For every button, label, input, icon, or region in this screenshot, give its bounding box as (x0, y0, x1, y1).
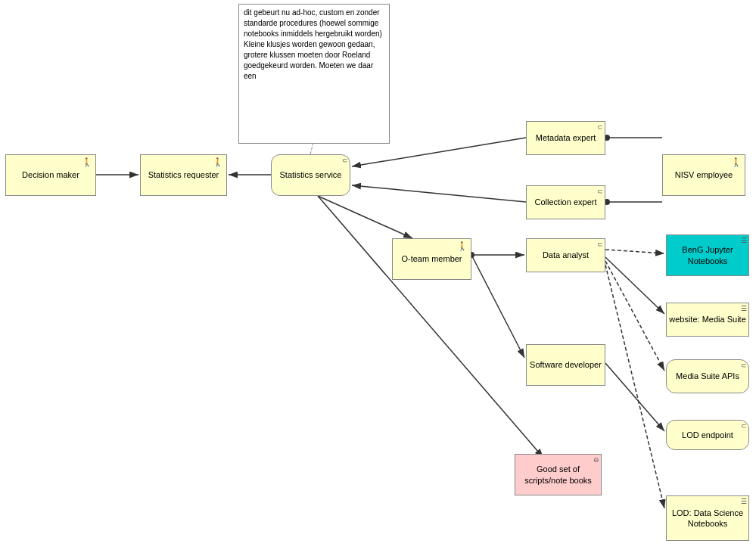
statistics-service-node: ⊂ Statistics service (271, 154, 350, 196)
actor-icon-nisv: 🚶 (731, 157, 742, 167)
software-developer-label: Software developer (530, 359, 602, 370)
decision-maker-node: 🚶 Decision maker (5, 154, 96, 196)
software-developer-node: Software developer (526, 344, 605, 386)
arrow-da-beng (605, 250, 664, 253)
corner-icon-me: ⊂ (597, 123, 603, 132)
actor-icon-sr: 🚶 (213, 157, 223, 167)
corner-icon-lode: ⊂ (741, 422, 747, 431)
note-text: dit gebeurt nu ad-hoc, custom en zonder … (244, 8, 382, 80)
lod-endpoint-label: LOD endpoint (682, 430, 733, 440)
nisv-employee-node: 🚶 NISV employee (662, 154, 745, 196)
media-suite-apis-label: Media Suite APIs (676, 371, 739, 381)
good-set-label: Good set of scripts/note books (515, 464, 601, 486)
collection-expert-label: Collection expert (535, 197, 597, 207)
oteam-member-label: O-team member (401, 253, 462, 264)
actor-icon-dm: 🚶 (82, 157, 92, 167)
arrow-da-msapi (605, 261, 664, 371)
corner-icon-beng: ☰ (741, 237, 747, 246)
lod-data-science-node: ☰ LOD: Data Science Notebooks (666, 495, 749, 541)
actor-icon-oteam: 🚶 (457, 241, 468, 251)
data-analyst-label: Data analyst (543, 250, 589, 260)
arrow-da-website (605, 257, 664, 314)
nisv-employee-label: NISV employee (675, 169, 733, 180)
corner-icon-ss: ⊂ (342, 157, 348, 166)
arrow-oteam-sw (471, 255, 524, 358)
corner-icon-gs: ⊖ (593, 456, 599, 465)
note-box: dit gebeurt nu ad-hoc, custom en zonder … (238, 4, 390, 144)
arrow-statsvc-goodset (318, 196, 543, 458)
good-set-node: ⊖ Good set of scripts/note books (515, 454, 602, 495)
oteam-member-node: 🚶 O-team member (392, 238, 471, 280)
corner-icon-da: ⊂ (597, 241, 603, 250)
corner-icon-ce: ⊂ (597, 188, 603, 197)
decision-maker-label: Decision maker (22, 169, 79, 180)
beng-jupyter-label: BenG Jupyter Notebooks (667, 244, 748, 266)
lod-endpoint-node: ⊂ LOD endpoint (666, 420, 749, 450)
corner-icon-wms: ☰ (741, 305, 747, 314)
arrow-da-lodds (605, 265, 664, 508)
statistics-requester-label: Statistics requester (148, 169, 219, 180)
website-media-suite-node: ☰ website: Media Suite (666, 303, 749, 337)
collection-expert-node: ⊂ Collection expert (526, 185, 605, 219)
data-analyst-node: ⊂ Data analyst (526, 238, 605, 272)
website-media-suite-label: website: Media Suite (669, 314, 746, 325)
corner-icon-msa: ⊂ (741, 362, 747, 371)
statistics-requester-node: 🚶 Statistics requester (140, 154, 227, 196)
metadata-expert-label: Metadata expert (536, 132, 596, 143)
corner-icon-lodds: ☰ (741, 498, 747, 507)
arrow-col-statsvc (352, 185, 526, 202)
diagram: dit gebeurt nu ad-hoc, custom en zonder … (0, 0, 756, 559)
statistics-service-label: Statistics service (280, 169, 342, 180)
metadata-expert-node: ⊂ Metadata expert (526, 121, 605, 155)
arrow-sw-lod (605, 363, 664, 431)
beng-jupyter-node: ☰ BenG Jupyter Notebooks (666, 234, 749, 276)
media-suite-apis-node: ⊂ Media Suite APIs (666, 359, 749, 393)
lod-data-science-label: LOD: Data Science Notebooks (667, 508, 748, 529)
arrow-statsvc-oteam (318, 196, 412, 238)
